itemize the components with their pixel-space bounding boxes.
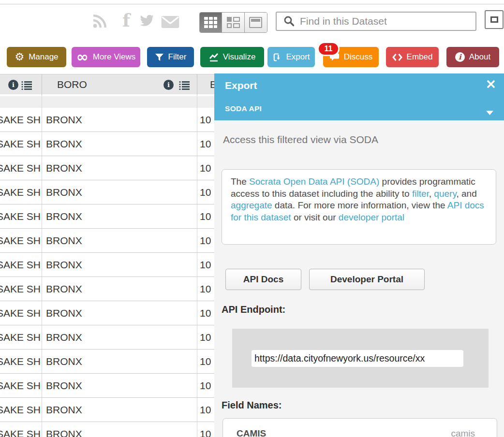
column-menu-icon[interactable]	[179, 81, 190, 92]
inline-link[interactable]: aggregate	[231, 200, 272, 210]
cell-boro[interactable]: BRONX	[42, 325, 197, 349]
dataset-toolbar: ⚙ Manage ∞ More Views Filter Visualize E…	[0, 47, 504, 67]
cell-name[interactable]: SAKE SH	[0, 350, 42, 373]
cell-boro[interactable]: BRONX	[42, 108, 197, 131]
api-endpoint-box	[232, 329, 489, 388]
column-info-icon[interactable]: i	[8, 80, 18, 90]
close-icon[interactable]	[487, 80, 495, 88]
cell-boro[interactable]: BRONX	[42, 229, 197, 252]
cell-name[interactable]: SAKE SH	[0, 132, 42, 156]
cell-boro[interactable]: BRONX	[42, 253, 197, 277]
cell-name[interactable]: SAKE SH	[0, 108, 42, 131]
export-panel-title: Export	[225, 80, 257, 91]
column-header-boro[interactable]: BORO i	[42, 74, 197, 96]
paragraph-text: , and	[456, 189, 476, 199]
paragraph-text: ,	[429, 189, 434, 199]
chevron-down-icon[interactable]	[486, 108, 493, 117]
api-docs-button[interactable]: API Docs	[225, 269, 301, 290]
search-icon	[283, 15, 295, 27]
export-panel: Export SODA API Access this filtered vie…	[214, 73, 504, 437]
cell-name[interactable]: SAKE SH	[0, 277, 42, 301]
email-icon[interactable]	[161, 15, 179, 30]
grid-view-button[interactable]	[200, 13, 222, 32]
manage-button[interactable]: ⚙ Manage	[7, 47, 66, 67]
search-input[interactable]	[300, 15, 475, 27]
embed-button[interactable]: Embed	[386, 47, 439, 67]
more-views-button[interactable]: ∞ More Views	[72, 47, 140, 67]
visualize-button[interactable]: Visualize	[200, 47, 264, 67]
code-brackets-icon	[392, 53, 402, 61]
page-view-icon	[249, 17, 262, 28]
twitter-icon[interactable]	[139, 15, 154, 29]
cell-name[interactable]: SAKE SH	[0, 398, 42, 422]
manage-label: Manage	[29, 52, 58, 62]
export-page-icon	[272, 53, 282, 62]
cell-name[interactable]: SAKE SH	[0, 374, 42, 397]
cell-boro[interactable]: BRONX	[42, 132, 197, 156]
gear-icon: ⚙	[15, 52, 24, 62]
cell-boro[interactable]: BRONX	[42, 374, 197, 397]
about-label: About	[469, 52, 490, 62]
soda-info-box: The Socrata Open Data API (SODA) provide…	[222, 169, 496, 245]
developer-portal-button[interactable]: Developer Portal	[309, 269, 425, 290]
cell-name[interactable]: SAKE SH	[0, 422, 42, 437]
cell-boro[interactable]: BRONX	[42, 204, 197, 228]
soda-subtitle: Access this filtered view via SODA	[223, 134, 378, 146]
facebook-icon[interactable]: f	[122, 12, 130, 29]
about-button[interactable]: i About	[446, 47, 499, 67]
cell-boro[interactable]: BRONX	[42, 156, 197, 180]
maximize-button[interactable]	[485, 10, 504, 29]
socrata-dataset-page: f ⚙ Manage ∞ M	[0, 0, 504, 437]
cell-name[interactable]: SAKE SH	[0, 301, 42, 325]
column-info-icon[interactable]: i	[163, 80, 174, 90]
cell-boro[interactable]: BRONX	[42, 301, 197, 325]
field-list: CAMIS camis	[222, 418, 497, 437]
paragraph-text: The	[231, 176, 249, 187]
grid-view-icon	[204, 17, 217, 28]
cell-name[interactable]: SAKE SH	[0, 325, 42, 349]
split-view-icon	[227, 17, 240, 28]
export-label: Export	[286, 52, 310, 62]
filter-label: Filter	[168, 52, 187, 62]
field-names-label: Field Names:	[222, 400, 282, 411]
soda-paragraph: The Socrata Open Data API (SODA) provide…	[231, 176, 487, 223]
paragraph-text: or visit our	[291, 212, 339, 222]
cell-name[interactable]: SAKE SH	[0, 253, 42, 277]
inline-link[interactable]: filter	[412, 189, 429, 199]
paragraph-text: data. For more more information, view th…	[272, 200, 447, 210]
api-endpoint-input[interactable]	[252, 350, 463, 367]
inline-link[interactable]: developer portal	[339, 212, 404, 222]
cell-name[interactable]: SAKE SH	[0, 180, 42, 204]
field-api-name: camis	[451, 428, 475, 437]
column-menu-icon[interactable]	[21, 81, 32, 92]
cell-name[interactable]: SAKE SH	[0, 156, 42, 180]
discuss-count-badge[interactable]: 11	[317, 42, 340, 56]
embed-label: Embed	[407, 52, 433, 62]
chart-icon	[209, 53, 219, 62]
filter-button[interactable]: Filter	[147, 47, 194, 67]
cell-name[interactable]: SAKE SH	[0, 204, 42, 228]
column-header-1[interactable]: i	[0, 74, 42, 96]
inline-link[interactable]: Socrata Open Data API (SODA)	[249, 176, 379, 187]
export-button[interactable]: Export	[267, 47, 315, 67]
cell-boro[interactable]: BRONX	[42, 350, 197, 373]
cell-boro[interactable]: BRONX	[42, 398, 197, 422]
info-icon: i	[455, 52, 465, 62]
cell-boro[interactable]: BRONX	[42, 422, 197, 437]
soda-api-section-header[interactable]: SODA API	[225, 104, 262, 113]
funnel-icon	[155, 53, 164, 61]
filter-cell	[0, 96, 42, 108]
split-view-button[interactable]	[222, 13, 244, 32]
rss-icon[interactable]	[92, 13, 108, 30]
find-in-dataset-search	[276, 12, 476, 31]
top-divider	[0, 4, 504, 4]
cell-boro[interactable]: BRONX	[42, 180, 197, 204]
page-view-button[interactable]	[245, 13, 267, 32]
cell-boro[interactable]: BRONX	[42, 277, 197, 301]
binoculars-icon: ∞	[76, 51, 89, 63]
filter-cell	[42, 96, 197, 108]
discuss-label: Discuss	[344, 52, 373, 62]
cell-name[interactable]: SAKE SH	[0, 229, 42, 252]
inline-link[interactable]: query	[434, 189, 456, 199]
api-endpoint-label: API Endpoint:	[222, 304, 285, 315]
